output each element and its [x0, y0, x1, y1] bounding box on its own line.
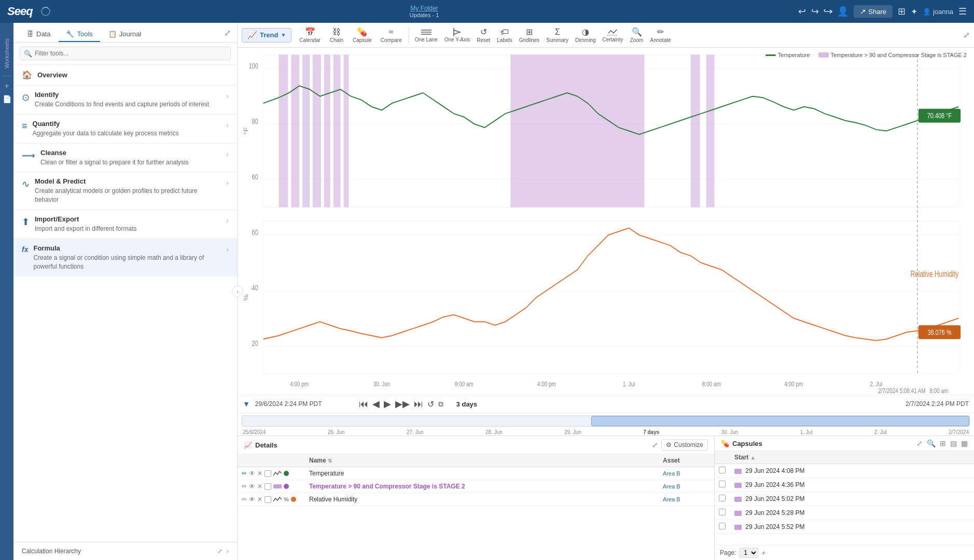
timeline-thumb[interactable] [591, 416, 969, 426]
toolbar-btn-certainty[interactable]: Certainty [599, 26, 626, 45]
page-add-icon[interactable]: + [761, 549, 766, 557]
pencil-icon-1[interactable]: ✏ [242, 470, 247, 477]
playback-start-icon[interactable]: ⏮ [359, 399, 368, 410]
eye-icon-3[interactable]: 👁 [249, 496, 255, 503]
capsule-row-icon-2[interactable] [734, 482, 742, 488]
toolbar-btn-capsule[interactable]: 💊 Capsule [349, 25, 376, 45]
checkbox-2[interactable] [265, 483, 271, 490]
calc-external-icon[interactable]: ⤢ [217, 548, 222, 555]
page-select[interactable]: 1 [739, 548, 758, 558]
svg-text:4:00 pm: 4:00 pm [290, 380, 309, 387]
eye-icon-2[interactable]: 👁 [249, 483, 255, 490]
capsules-page-bar: Page: 1 + [715, 545, 974, 560]
sidebar-add-icon[interactable]: + [4, 81, 9, 91]
tool-item-model[interactable]: ∿ Model & Predict Create analytical mode… [13, 172, 237, 210]
toolbar-btn-zoom[interactable]: 🔍 Zoom [627, 25, 647, 45]
eye-icon-1[interactable]: 👁 [249, 470, 255, 477]
details-asset-2[interactable]: Area B [659, 480, 714, 493]
formula-name: Formula [33, 244, 221, 252]
details-asset-3[interactable]: Area B [659, 493, 714, 506]
toolbar-expand-button[interactable]: ⤢ [963, 30, 970, 40]
x-icon-2[interactable]: ✕ [257, 483, 262, 490]
capsules-grid-icon-3[interactable]: ▦ [961, 439, 968, 447]
capsule-row-icon-4[interactable] [734, 510, 742, 516]
toolbar-btn-reset[interactable]: ↺ Reset [474, 25, 493, 45]
toolbar-btn-chain[interactable]: ⛓ Chain [325, 25, 348, 45]
toolbar-btn-calendar[interactable]: 📅 Calendar [295, 25, 325, 45]
checkbox-1[interactable] [265, 470, 271, 477]
tool-item-quantify[interactable]: ≡ Quantify Aggregate your data to calcul… [13, 115, 237, 144]
signal-type-icon-3 [273, 496, 282, 502]
playback-copy-icon[interactable]: ⧉ [438, 400, 443, 409]
forward-icon[interactable]: ↪ [823, 6, 833, 17]
oneyaxis-icon [452, 28, 462, 36]
formula-desc: Create a signal or condition using simpl… [33, 254, 221, 271]
sidebar-doc-icon[interactable]: 📄 [3, 95, 11, 103]
customize-button[interactable]: ⚙ Customize [661, 439, 708, 451]
playback-refresh-icon[interactable]: ↺ [427, 399, 434, 409]
overview-item[interactable]: 🏠 Overview [13, 65, 237, 86]
ai-icon[interactable]: ✦ [911, 7, 917, 17]
playback-play-icon[interactable]: ▶ [384, 398, 391, 410]
svg-text:8:00 am: 8:00 am [702, 380, 721, 387]
user-button[interactable]: 👤 joanna [923, 8, 953, 16]
toolbar-btn-annotate[interactable]: ✏ Annotate [647, 25, 674, 45]
capsules-grid-icon-2[interactable]: ▤ [950, 439, 957, 447]
capsule-check-3[interactable] [719, 495, 726, 501]
seeq-logo[interactable]: Seeq [7, 5, 33, 18]
tab-journal[interactable]: 📋 Journal [101, 27, 149, 42]
capsule-row-icon-5[interactable] [734, 524, 742, 530]
capsules-zoom-in-icon[interactable]: 🔍 [927, 439, 936, 447]
model-desc: Create analytical models or golden profi… [35, 187, 221, 204]
toolbar-btn-dimming[interactable]: ◑ Dimming [572, 25, 599, 45]
tool-item-cleanse[interactable]: ⟿ Cleanse Clean or filter a signal to pr… [13, 144, 237, 173]
reset-icon: ↺ [480, 27, 487, 37]
panel-expand-button[interactable]: ⤢ [224, 28, 231, 41]
trend-label: Trend [260, 31, 278, 39]
tool-item-importexport[interactable]: ⬆ Import/Export Import and export in dif… [13, 210, 237, 239]
undo-icon[interactable]: ↩ [798, 6, 806, 17]
tab-tools[interactable]: 🔧 Tools [59, 27, 100, 42]
x-icon-3[interactable]: ✕ [257, 496, 262, 503]
tool-item-identify[interactable]: ⊙ Identify Create Conditions to find eve… [13, 86, 237, 115]
share-button[interactable]: ↗ Share [854, 5, 893, 18]
pencil-icon-3[interactable]: ✏ [242, 496, 247, 503]
panel-collapse-button[interactable]: ‹ [232, 286, 243, 297]
folder-link[interactable]: My Folder [410, 5, 438, 12]
checkbox-3[interactable] [265, 496, 271, 503]
playback-forward-icon[interactable]: ▶▶ [395, 398, 410, 410]
timeline-bar[interactable] [242, 415, 970, 427]
tool-item-formula[interactable]: fx Formula Create a signal or condition … [13, 239, 237, 277]
timeline-container: 25/6/2024 26. Jun 27. Jun 28. Jun 29. Ju… [238, 413, 974, 436]
capsule-check-2[interactable] [719, 481, 726, 487]
capsule-check-4[interactable] [719, 509, 726, 515]
playback-end-icon[interactable]: ⏭ [414, 399, 423, 410]
capsule-row-icon-1[interactable] [734, 468, 742, 474]
toolbar-btn-labels[interactable]: 🏷 Labels [494, 25, 515, 45]
calc-hierarchy-section[interactable]: Calculation Hierarchy ⤢ › [13, 542, 237, 560]
capsule-check-1[interactable] [719, 467, 726, 473]
capsule-row-icon-3[interactable] [734, 496, 742, 502]
capsules-grid-icon-1[interactable]: ⊞ [940, 439, 946, 447]
trend-dropdown-icon[interactable]: ▼ [281, 32, 286, 38]
worksheets-label[interactable]: Worksheets [2, 33, 12, 74]
redo-icon[interactable]: ↪ [811, 6, 819, 17]
details-expand-icon[interactable]: ⤢ [652, 441, 658, 449]
toolbar-btn-gridlines[interactable]: ⊞ Gridlines [516, 25, 542, 45]
capsule-check-5[interactable] [719, 523, 726, 529]
calc-expand-icon[interactable]: › [227, 548, 229, 555]
playback-back-icon[interactable]: ◀ [372, 398, 380, 410]
filter-input[interactable] [20, 47, 231, 60]
toolbar-btn-onelane[interactable]: One Lane [412, 26, 441, 45]
x-icon-1[interactable]: ✕ [257, 470, 262, 477]
layout-icon[interactable]: ⊞ [898, 6, 906, 17]
menu-icon[interactable]: ☰ [958, 6, 967, 17]
toolbar-btn-summary[interactable]: Σ Summary [543, 25, 572, 45]
tab-data[interactable]: 🗄 Data [20, 27, 58, 42]
details-asset-1[interactable]: Area B [659, 467, 714, 480]
pencil-icon-2[interactable]: ✏ [242, 483, 247, 490]
toolbar-btn-oneyaxis[interactable]: One Y-Axis [441, 26, 473, 45]
trend-tab[interactable]: 📈 Trend ▼ [242, 28, 291, 43]
capsules-expand-icon[interactable]: ⤢ [916, 439, 923, 447]
toolbar-btn-compare[interactable]: ≈ Compare [377, 25, 406, 45]
